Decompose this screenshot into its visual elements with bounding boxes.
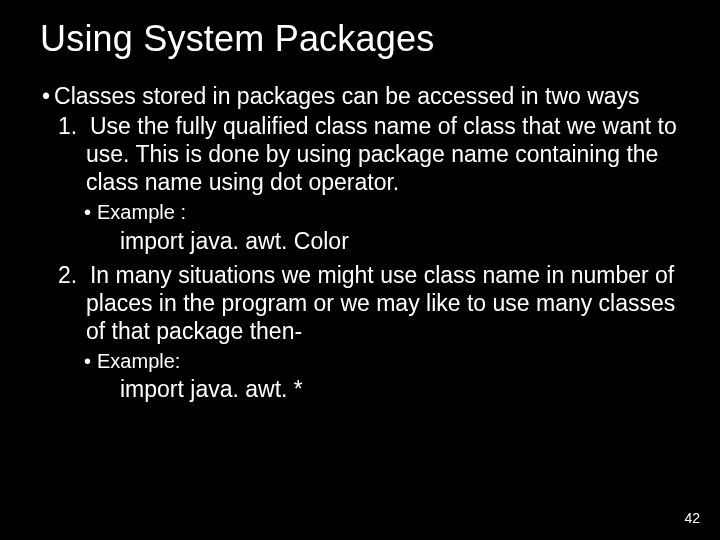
slide-title: Using System Packages	[40, 18, 692, 60]
example-label: Example :	[97, 201, 186, 223]
item-number: 2.	[58, 262, 77, 288]
example-bullet-2: •Example:	[28, 349, 692, 373]
example-bullet-1: •Example :	[28, 200, 692, 224]
item-text: In many situations we might use class na…	[86, 262, 675, 344]
bullet-icon: •	[84, 201, 97, 223]
intro-text: Classes stored in packages can be access…	[54, 83, 640, 109]
item-text: Use the fully qualified class name of cl…	[86, 113, 677, 195]
bullet-icon: •	[84, 350, 97, 372]
intro-bullet: •Classes stored in packages can be acces…	[28, 82, 692, 110]
code-example-2: import java. awt. *	[28, 375, 692, 403]
item-number: 1.	[58, 113, 77, 139]
slide-content: •Classes stored in packages can be acces…	[28, 82, 692, 403]
numbered-item-1: 1. Use the fully qualified class name of…	[28, 112, 692, 196]
code-example-1: import java. awt. Color	[28, 227, 692, 255]
slide: Using System Packages •Classes stored in…	[0, 0, 720, 403]
page-number: 42	[684, 510, 700, 526]
numbered-item-2: 2. In many situations we might use class…	[28, 261, 692, 345]
bullet-icon: •	[42, 83, 54, 109]
example-label: Example:	[97, 350, 180, 372]
